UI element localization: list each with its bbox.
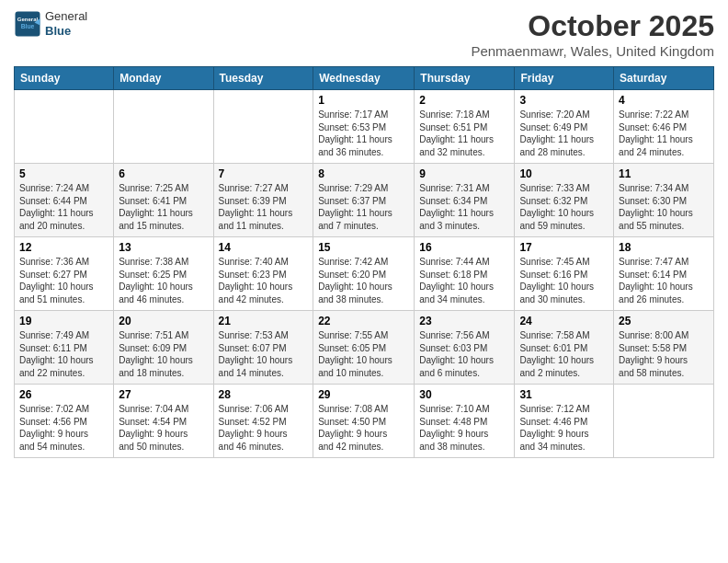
calendar-cell: 14Sunrise: 7:40 AM Sunset: 6:23 PM Dayli… (213, 237, 313, 311)
day-number: 11 (619, 167, 709, 180)
day-number: 10 (519, 167, 609, 180)
day-number: 22 (318, 315, 409, 327)
day-number: 5 (19, 167, 108, 180)
calendar-cell: 5Sunrise: 7:24 AM Sunset: 6:44 PM Daylig… (15, 164, 114, 237)
day-number: 2 (419, 94, 509, 107)
day-number: 9 (419, 167, 509, 180)
weekday-header: Friday (515, 67, 614, 90)
calendar-cell (213, 90, 313, 164)
day-info: Sunrise: 7:25 AM Sunset: 6:41 PM Dayligh… (119, 182, 208, 232)
logo-text: General Blue (45, 9, 87, 38)
day-number: 26 (19, 388, 108, 401)
day-number: 25 (619, 315, 709, 327)
day-number: 19 (19, 315, 108, 327)
calendar-cell: 21Sunrise: 7:53 AM Sunset: 6:07 PM Dayli… (213, 311, 313, 385)
title-section: October 2025 Penmaenmawr, Wales, United … (471, 9, 714, 59)
calendar-cell: 11Sunrise: 7:34 AM Sunset: 6:30 PM Dayli… (614, 164, 714, 237)
calendar-cell: 20Sunrise: 7:51 AM Sunset: 6:09 PM Dayli… (114, 311, 213, 385)
calendar-cell: 13Sunrise: 7:38 AM Sunset: 6:25 PM Dayli… (114, 237, 213, 311)
weekday-header: Thursday (415, 67, 515, 90)
calendar-cell: 3Sunrise: 7:20 AM Sunset: 6:49 PM Daylig… (515, 90, 614, 164)
day-info: Sunrise: 7:42 AM Sunset: 6:20 PM Dayligh… (318, 256, 409, 305)
day-number: 23 (419, 315, 509, 327)
logo: General Blue General Blue (14, 9, 87, 38)
calendar-cell (114, 90, 213, 164)
calendar-week-row: 26Sunrise: 7:02 AM Sunset: 4:56 PM Dayli… (15, 385, 714, 458)
calendar: SundayMondayTuesdayWednesdayThursdayFrid… (14, 66, 714, 458)
calendar-cell: 10Sunrise: 7:33 AM Sunset: 6:32 PM Dayli… (515, 164, 614, 237)
calendar-cell: 7Sunrise: 7:27 AM Sunset: 6:39 PM Daylig… (213, 164, 313, 237)
day-number: 14 (219, 241, 309, 254)
calendar-cell: 6Sunrise: 7:25 AM Sunset: 6:41 PM Daylig… (114, 164, 213, 237)
month-title: October 2025 (471, 9, 714, 43)
day-number: 6 (119, 167, 208, 180)
day-info: Sunrise: 7:20 AM Sunset: 6:49 PM Dayligh… (519, 109, 609, 158)
calendar-week-row: 12Sunrise: 7:36 AM Sunset: 6:27 PM Dayli… (15, 237, 714, 311)
calendar-cell: 22Sunrise: 7:55 AM Sunset: 6:05 PM Dayli… (313, 311, 415, 385)
day-info: Sunrise: 7:24 AM Sunset: 6:44 PM Dayligh… (19, 182, 108, 232)
weekday-header: Monday (114, 67, 213, 90)
weekday-header: Sunday (15, 67, 114, 90)
calendar-cell: 29Sunrise: 7:08 AM Sunset: 4:50 PM Dayli… (313, 385, 415, 458)
weekday-header: Wednesday (313, 67, 415, 90)
calendar-cell: 26Sunrise: 7:02 AM Sunset: 4:56 PM Dayli… (15, 385, 114, 458)
calendar-cell: 15Sunrise: 7:42 AM Sunset: 6:20 PM Dayli… (313, 237, 415, 311)
day-info: Sunrise: 7:45 AM Sunset: 6:16 PM Dayligh… (519, 256, 609, 305)
calendar-cell (614, 385, 714, 458)
calendar-cell: 25Sunrise: 8:00 AM Sunset: 5:58 PM Dayli… (614, 311, 714, 385)
calendar-cell: 2Sunrise: 7:18 AM Sunset: 6:51 PM Daylig… (415, 90, 515, 164)
day-number: 15 (318, 241, 409, 254)
day-info: Sunrise: 7:38 AM Sunset: 6:25 PM Dayligh… (119, 256, 208, 305)
day-number: 29 (318, 388, 409, 401)
calendar-week-row: 5Sunrise: 7:24 AM Sunset: 6:44 PM Daylig… (15, 164, 714, 237)
svg-text:General: General (17, 17, 39, 22)
calendar-cell: 12Sunrise: 7:36 AM Sunset: 6:27 PM Dayli… (15, 237, 114, 311)
svg-text:Blue: Blue (21, 22, 35, 29)
weekday-header: Tuesday (213, 67, 313, 90)
day-info: Sunrise: 8:00 AM Sunset: 5:58 PM Dayligh… (619, 329, 709, 379)
day-info: Sunrise: 7:36 AM Sunset: 6:27 PM Dayligh… (19, 256, 108, 305)
day-number: 18 (619, 241, 709, 254)
calendar-cell: 1Sunrise: 7:17 AM Sunset: 6:53 PM Daylig… (313, 90, 415, 164)
day-number: 24 (519, 315, 609, 327)
day-number: 31 (519, 388, 609, 401)
day-info: Sunrise: 7:51 AM Sunset: 6:09 PM Dayligh… (119, 329, 208, 379)
weekday-header-row: SundayMondayTuesdayWednesdayThursdayFrid… (15, 67, 714, 90)
calendar-cell: 16Sunrise: 7:44 AM Sunset: 6:18 PM Dayli… (415, 237, 515, 311)
day-info: Sunrise: 7:12 AM Sunset: 4:46 PM Dayligh… (519, 403, 609, 453)
day-info: Sunrise: 7:44 AM Sunset: 6:18 PM Dayligh… (419, 256, 509, 305)
calendar-cell: 28Sunrise: 7:06 AM Sunset: 4:52 PM Dayli… (213, 385, 313, 458)
calendar-cell: 17Sunrise: 7:45 AM Sunset: 6:16 PM Dayli… (515, 237, 614, 311)
day-number: 21 (219, 315, 309, 327)
day-number: 13 (119, 241, 208, 254)
day-info: Sunrise: 7:04 AM Sunset: 4:54 PM Dayligh… (119, 403, 208, 453)
day-number: 20 (119, 315, 208, 327)
day-info: Sunrise: 7:02 AM Sunset: 4:56 PM Dayligh… (19, 403, 108, 453)
calendar-week-row: 19Sunrise: 7:49 AM Sunset: 6:11 PM Dayli… (15, 311, 714, 385)
header: General Blue General Blue October 2025 P… (14, 9, 714, 59)
day-info: Sunrise: 7:58 AM Sunset: 6:01 PM Dayligh… (519, 329, 609, 379)
calendar-cell: 18Sunrise: 7:47 AM Sunset: 6:14 PM Dayli… (614, 237, 714, 311)
weekday-header: Saturday (614, 67, 714, 90)
day-info: Sunrise: 7:29 AM Sunset: 6:37 PM Dayligh… (318, 182, 409, 232)
calendar-cell: 24Sunrise: 7:58 AM Sunset: 6:01 PM Dayli… (515, 311, 614, 385)
day-number: 17 (519, 241, 609, 254)
day-number: 3 (519, 94, 609, 107)
day-info: Sunrise: 7:56 AM Sunset: 6:03 PM Dayligh… (419, 329, 509, 379)
calendar-cell: 4Sunrise: 7:22 AM Sunset: 6:46 PM Daylig… (614, 90, 714, 164)
day-info: Sunrise: 7:40 AM Sunset: 6:23 PM Dayligh… (219, 256, 309, 305)
calendar-cell: 9Sunrise: 7:31 AM Sunset: 6:34 PM Daylig… (415, 164, 515, 237)
logo-icon: General Blue (14, 10, 41, 38)
day-info: Sunrise: 7:53 AM Sunset: 6:07 PM Dayligh… (219, 329, 309, 379)
calendar-cell: 30Sunrise: 7:10 AM Sunset: 4:48 PM Dayli… (415, 385, 515, 458)
day-info: Sunrise: 7:18 AM Sunset: 6:51 PM Dayligh… (419, 109, 509, 158)
day-info: Sunrise: 7:10 AM Sunset: 4:48 PM Dayligh… (419, 403, 509, 453)
day-number: 28 (219, 388, 309, 401)
day-info: Sunrise: 7:34 AM Sunset: 6:30 PM Dayligh… (619, 182, 709, 232)
day-info: Sunrise: 7:17 AM Sunset: 6:53 PM Dayligh… (318, 109, 409, 158)
calendar-week-row: 1Sunrise: 7:17 AM Sunset: 6:53 PM Daylig… (15, 90, 714, 164)
calendar-cell: 23Sunrise: 7:56 AM Sunset: 6:03 PM Dayli… (415, 311, 515, 385)
day-info: Sunrise: 7:55 AM Sunset: 6:05 PM Dayligh… (318, 329, 409, 379)
day-info: Sunrise: 7:27 AM Sunset: 6:39 PM Dayligh… (219, 182, 309, 232)
calendar-cell: 8Sunrise: 7:29 AM Sunset: 6:37 PM Daylig… (313, 164, 415, 237)
